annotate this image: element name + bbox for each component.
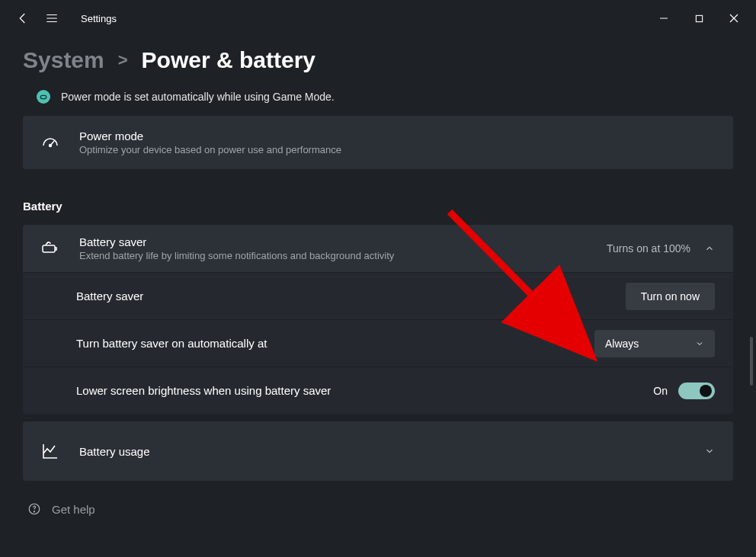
power-mode-title: Power mode	[79, 130, 341, 142]
scrollbar-thumb[interactable]	[750, 337, 753, 386]
breadcrumb-system[interactable]: System	[23, 47, 104, 73]
svg-rect-3	[43, 245, 55, 252]
minimize-button[interactable]	[646, 6, 681, 30]
title-bar: Settings	[0, 0, 756, 37]
automatic-threshold-value: Always	[605, 338, 639, 350]
maximize-button[interactable]	[681, 6, 716, 30]
page-title: Power & battery	[142, 47, 316, 73]
lower-brightness-label: Lower screen brightness when using batte…	[76, 384, 331, 397]
turn-on-now-button[interactable]: Turn on now	[626, 283, 715, 310]
automatic-on-row: Turn battery saver on automatically at A…	[23, 319, 733, 367]
breadcrumb-separator-icon: >	[118, 50, 128, 70]
chevron-down-icon	[695, 339, 704, 348]
battery-saver-expander: Battery saver Extend battery life by lim…	[23, 225, 733, 414]
toggle-state-label: On	[653, 385, 668, 397]
svg-rect-0	[696, 15, 702, 21]
help-icon	[27, 502, 41, 516]
usage-chart-icon	[41, 442, 69, 460]
battery-saver-icon	[41, 239, 69, 258]
power-mode-card[interactable]: Power mode Optimize your device based on…	[23, 116, 733, 169]
window-title: Settings	[81, 13, 117, 24]
breadcrumb: System > Power & battery	[23, 47, 733, 73]
battery-usage-card[interactable]: Battery usage	[23, 421, 733, 481]
battery-saver-subtitle: Extend battery life by limiting some not…	[79, 250, 394, 261]
battery-usage-title: Battery usage	[79, 445, 150, 458]
svg-rect-1	[40, 95, 46, 98]
battery-saver-sublabel: Battery saver	[76, 290, 143, 303]
battery-saver-row: Battery saver Turn on now	[23, 272, 733, 319]
get-help-link[interactable]: Get help	[23, 502, 733, 516]
automatic-threshold-select[interactable]: Always	[594, 330, 715, 357]
gauge-icon	[41, 133, 69, 152]
hamburger-icon[interactable]	[44, 11, 59, 26]
chevron-up-icon	[704, 243, 715, 254]
chevron-down-icon	[704, 446, 715, 456]
battery-section-heading: Battery	[23, 200, 733, 213]
svg-point-2	[50, 145, 52, 147]
game-mode-icon	[37, 90, 50, 104]
notice-text: Power mode is set automatically while us…	[61, 91, 335, 103]
battery-saver-header[interactable]: Battery saver Extend battery life by lim…	[23, 225, 733, 272]
close-button[interactable]	[716, 6, 751, 30]
game-mode-notice: Power mode is set automatically while us…	[23, 87, 733, 116]
battery-saver-state: Turns on at 100%	[607, 242, 690, 254]
get-help-label: Get help	[52, 503, 95, 516]
power-mode-subtitle: Optimize your device based on power use …	[79, 144, 341, 155]
back-icon[interactable]	[15, 11, 30, 26]
lower-brightness-toggle[interactable]	[678, 383, 715, 399]
automatic-on-label: Turn battery saver on automatically at	[76, 337, 267, 350]
svg-point-5	[34, 511, 34, 512]
lower-brightness-row: Lower screen brightness when using batte…	[23, 367, 733, 414]
battery-saver-title: Battery saver	[79, 235, 394, 248]
